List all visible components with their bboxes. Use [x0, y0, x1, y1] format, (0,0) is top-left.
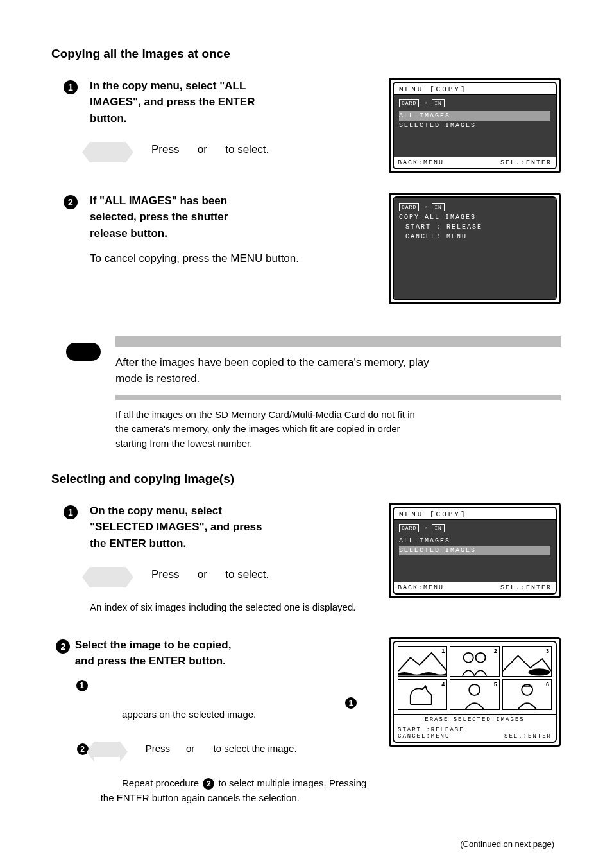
thumb-ref-badge: 1	[345, 697, 357, 709]
hex-icon-3	[94, 742, 120, 757]
info1-l2: mode is restored.	[115, 370, 561, 387]
thumb-4: 4	[398, 679, 447, 710]
ref-badge-1: 1	[76, 680, 88, 691]
section1-heading: Copying all the images at once	[51, 45, 561, 64]
s2-step1-line2: "SELECTED IMAGES", and press	[90, 519, 362, 535]
people-icon	[450, 647, 498, 676]
person-icon-2	[503, 680, 551, 709]
section2-heading: Selecting and copying image(s)	[51, 470, 561, 489]
thumb-2: 2	[450, 646, 499, 677]
thumb-5: 5	[450, 679, 499, 710]
hex-icon	[90, 142, 126, 162]
s2-step2-sub1-text: appears on the selected image.	[122, 709, 256, 720]
camera-screen-confirm-copy: CARD → IN COPY ALL IMAGES START : RELEAS…	[389, 193, 561, 304]
s2-step2-sub2b: Repeat procedure 2 to select multiple im…	[75, 762, 376, 820]
svg-point-4	[470, 684, 480, 695]
thumbs-cancel: CANCEL:MENU	[398, 733, 450, 740]
step2-line1: If "ALL IMAGES" has been	[90, 193, 362, 209]
s2-step-badge-1: 1	[64, 505, 78, 519]
thumb-5-num: 5	[494, 681, 497, 688]
confirm-l2: START : RELEASE	[399, 223, 550, 230]
dst-badge-2: IN	[432, 203, 445, 211]
thumb-2-num: 2	[494, 648, 497, 654]
thumb-3-num: 3	[546, 648, 549, 654]
step1-line2: IMAGES", and press the ENTER	[90, 94, 362, 110]
s2-step1-line1: On the copy menu, select	[90, 503, 362, 519]
screen3-sel: SEL.:ENTER	[500, 584, 552, 591]
dst-badge: IN	[432, 99, 445, 107]
opt-selected-images-2: SELECTED IMAGES	[399, 546, 550, 555]
screen1-sel: SEL.:ENTER	[500, 159, 552, 166]
step2-line3: release button.	[90, 225, 362, 242]
thumb-6-num: 6	[546, 681, 549, 688]
src-badge: CARD	[399, 99, 419, 107]
step1-line3: button.	[90, 110, 362, 127]
thumb-3: 3	[502, 646, 552, 677]
arrow-icon: →	[423, 100, 428, 107]
info2-l3: starting from the lowest number.	[115, 437, 561, 451]
s2-step-badge-2: 2	[56, 639, 70, 654]
continued-footer: (Continued on next page)	[51, 839, 561, 849]
gray-bar-top	[115, 336, 561, 347]
arrow-icon-3: →	[423, 525, 428, 532]
opt-selected-images: SELECTED IMAGES	[399, 121, 550, 130]
hex-icon-2	[90, 567, 126, 587]
screen1-back: BACK:MENU	[398, 159, 444, 166]
step-badge-2: 2	[64, 195, 78, 209]
hills-icon	[503, 647, 551, 676]
dog-icon	[398, 680, 446, 709]
thumb-1: 1	[398, 646, 447, 677]
thumb-1-num: 1	[441, 648, 445, 654]
s2-step2-line1: Select the image to be copied,	[75, 637, 376, 654]
arrow-icon-2: →	[423, 204, 428, 211]
inline-ref-2: 2	[203, 778, 214, 790]
screen1-title: MENU [COPY]	[394, 83, 556, 95]
svg-point-0	[464, 652, 473, 662]
step2-line2: selected, press the shutter	[90, 209, 362, 225]
mountain-icon	[398, 647, 446, 676]
s2-step2-sub1: 1 appears on the selected image.	[75, 679, 376, 736]
s2-step1-body: An index of six images including the sel…	[90, 600, 362, 615]
step1-hint: Press or to select.	[151, 141, 269, 158]
thumb-4-num: 4	[441, 681, 445, 688]
screen3-back: BACK:MENU	[398, 584, 444, 591]
src-badge-3: CARD	[399, 524, 419, 532]
s2-step2-sub2a: Press or to select the image.	[146, 742, 297, 756]
svg-point-1	[476, 652, 486, 662]
step-badge-1: 1	[64, 80, 78, 94]
dst-badge-3: IN	[432, 524, 445, 532]
info1-l1: After the images have been copied to the…	[115, 354, 561, 371]
thumbs-start: START :RELEASE	[398, 727, 552, 733]
s2-step1-line3: the ENTER button.	[90, 535, 362, 552]
step2-body: To cancel copying, press the MENU button…	[90, 250, 362, 267]
thumbs-sel: SEL.:ENTER	[504, 733, 552, 740]
camera-screen-thumb-select: 1 2	[389, 637, 561, 747]
pill-icon	[66, 343, 101, 361]
confirm-l3: CANCEL: MENU	[399, 233, 550, 240]
camera-screen-copy-menu-1: MENU [COPY] CARD → IN ALL IMAGES SELECTE…	[389, 78, 561, 173]
gray-bar-mid	[115, 395, 561, 400]
info2-l2: the camera's memory, only the images whi…	[115, 422, 561, 437]
screen3-title: MENU [COPY]	[394, 508, 556, 520]
s2-step1-hint: Press or to select.	[151, 566, 269, 583]
opt-all-images-2: ALL IMAGES	[399, 536, 550, 546]
svg-point-2	[528, 668, 550, 675]
s2-step2-line2: and press the ENTER button.	[75, 653, 376, 670]
src-badge-2: CARD	[399, 203, 419, 211]
step1-line1: In the copy menu, select "ALL	[90, 78, 362, 94]
person-icon	[450, 680, 498, 709]
thumbs-caption: ERASE SELECTED IMAGES	[394, 714, 556, 725]
confirm-l1: COPY ALL IMAGES	[399, 214, 550, 221]
camera-screen-copy-menu-2: MENU [COPY] CARD → IN ALL IMAGES SELECTE…	[389, 503, 561, 598]
opt-all-images: ALL IMAGES	[399, 111, 550, 121]
thumb-6: 6	[502, 679, 552, 710]
info2-l1: If all the images on the SD Memory Card/…	[115, 408, 561, 422]
